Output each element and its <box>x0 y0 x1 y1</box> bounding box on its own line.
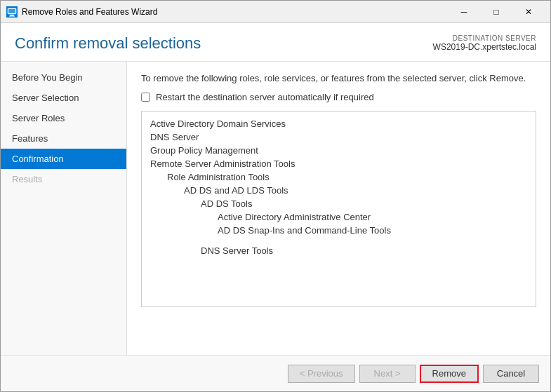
list-item: Active Directory Administrative Center <box>142 210 536 224</box>
list-item: DNS Server Tools <box>142 244 536 257</box>
list-item: AD DS Tools <box>142 197 536 210</box>
maximize-button[interactable]: □ <box>480 1 512 23</box>
previous-button[interactable]: < Previous <box>288 365 355 383</box>
sidebar: Before You Begin Server Selection Server… <box>1 62 127 355</box>
restart-checkbox-label[interactable]: Restart the destination server automatic… <box>156 92 374 102</box>
list-item: Remote Server Administration Tools <box>142 157 536 170</box>
wizard-header: Confirm removal selections DESTINATION S… <box>1 23 550 62</box>
remove-button[interactable]: Remove <box>420 365 479 383</box>
page-title: Confirm removal selections <box>15 34 201 53</box>
wizard-footer: < Previous Next > Remove Cancel <box>1 355 550 391</box>
main-content: Before You Begin Server Selection Server… <box>1 62 550 355</box>
sidebar-item-confirmation[interactable]: Confirmation <box>1 149 126 169</box>
list-item: Group Policy Management <box>142 144 536 157</box>
list-item: AD DS Snap-Ins and Command-Line Tools <box>142 224 536 237</box>
svg-rect-1 <box>8 9 15 13</box>
close-button[interactable]: ✕ <box>512 1 545 23</box>
cancel-button[interactable]: Cancel <box>483 365 539 383</box>
window-controls: ─ □ ✕ <box>448 1 545 23</box>
list-item: DNS Server <box>142 130 536 144</box>
destination-server-info: DESTINATION SERVER WS2019-DC.xpertstec.l… <box>433 34 536 52</box>
right-panel: To remove the following roles, role serv… <box>127 62 550 355</box>
sidebar-item-server-selection[interactable]: Server Selection <box>1 88 126 108</box>
restart-checkbox-row: Restart the destination server automatic… <box>141 92 536 102</box>
sidebar-item-features[interactable]: Features <box>1 128 126 149</box>
description-text: To remove the following roles, role serv… <box>141 73 536 83</box>
sidebar-item-before-you-begin[interactable]: Before You Begin <box>1 67 126 88</box>
sidebar-item-server-roles[interactable]: Server Roles <box>1 108 126 128</box>
app-icon <box>6 6 18 18</box>
next-button[interactable]: Next > <box>359 365 416 383</box>
destination-server-name: WS2019-DC.xpertstec.local <box>433 42 536 52</box>
wizard-window: Remove Roles and Features Wizard ─ □ ✕ C… <box>0 0 551 392</box>
list-item: Role Administration Tools <box>142 170 536 184</box>
list-item <box>142 237 536 244</box>
svg-rect-3 <box>9 15 15 16</box>
sidebar-item-results: Results <box>1 169 126 189</box>
minimize-button[interactable]: ─ <box>448 1 480 23</box>
destination-server-label: DESTINATION SERVER <box>433 34 536 42</box>
list-item: AD DS and AD LDS Tools <box>142 184 536 197</box>
restart-checkbox[interactable] <box>141 93 150 102</box>
window-title: Remove Roles and Features Wizard <box>22 7 448 17</box>
feature-list-box: Active Directory Domain ServicesDNS Serv… <box>141 111 536 307</box>
svg-rect-2 <box>10 15 14 16</box>
list-item: Active Directory Domain Services <box>142 117 536 130</box>
title-bar: Remove Roles and Features Wizard ─ □ ✕ <box>1 1 550 23</box>
